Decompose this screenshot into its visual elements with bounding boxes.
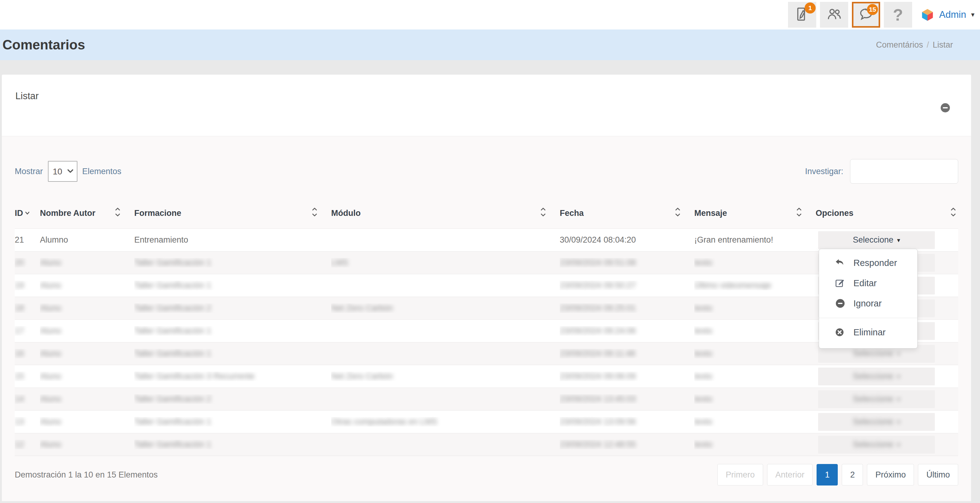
cell-text: Aluno — [40, 349, 61, 358]
page-button[interactable]: Anterior — [767, 464, 813, 486]
edit-icon — [834, 278, 847, 289]
cell-text: 15 — [15, 371, 24, 381]
cell-fecha: 23/09/2024 09:51:08 — [560, 258, 694, 268]
row-action-button[interactable]: Seleccione▾ — [818, 413, 935, 431]
sort-icon — [113, 207, 122, 220]
menu-item-ignore[interactable]: Ignorar — [819, 293, 917, 314]
cell-text: texto — [694, 394, 713, 403]
breadcrumb-item-comentarios[interactable]: Comentários — [876, 40, 923, 49]
cell-fecha: 23/09/2024 13:09:56 — [560, 417, 694, 427]
cell-modulo: Otras computadoras en LMS — [331, 417, 560, 427]
cell-text: 23/09/2024 12:48:55 — [560, 440, 636, 449]
column-label: Nombre Autor — [40, 208, 95, 218]
menu-item-edit[interactable]: Editar — [819, 273, 917, 293]
menu-item-reply[interactable]: Responder — [819, 253, 917, 273]
row-action-label: Seleccione — [853, 394, 893, 404]
users-button[interactable] — [820, 2, 848, 28]
cell-text: 23/09/2024 13:45:03 — [560, 394, 636, 403]
table-footer: Demostración 1 la 10 en 15 Elementos Pri… — [15, 456, 958, 486]
menu-item-delete[interactable]: Eliminar — [819, 320, 917, 344]
row-action-button[interactable]: Seleccione▾ — [818, 231, 935, 249]
column-label: Opciones — [816, 208, 853, 218]
cell-id: 12 — [15, 440, 40, 449]
cell-options: Seleccione▾ — [816, 231, 958, 249]
collapse-button[interactable] — [940, 102, 951, 113]
column-header-5[interactable]: Mensaje — [694, 208, 816, 218]
sort-icon — [310, 207, 319, 220]
cell-text: 23/09/2024 09:25:01 — [560, 303, 636, 313]
page-size-select[interactable]: 10 — [48, 161, 77, 182]
column-header-6[interactable]: Opciones — [816, 208, 958, 218]
table-row: 13AlunoTaller Gamificación 1Otras comput… — [15, 410, 958, 433]
row-action-button[interactable]: Seleccione▾ — [818, 390, 935, 408]
cell-text: Taller Gamificación 2 — [134, 394, 212, 403]
cell-text: Net Zero Carbón — [331, 371, 393, 381]
breadcrumb: Comentários/Listar — [876, 40, 953, 50]
sort-icon — [539, 207, 547, 220]
search-input[interactable] — [850, 159, 958, 184]
cell-autor: Aluno — [40, 281, 134, 290]
user-menu[interactable]: Admin ▾ — [921, 8, 974, 22]
column-header-0[interactable]: ID — [15, 208, 40, 219]
page-button[interactable]: 2 — [842, 464, 863, 486]
cell-text: ¡Gran entrenamiento! — [694, 235, 773, 244]
column-header-2[interactable]: Formacione — [134, 208, 331, 218]
logo-cube-icon — [921, 8, 934, 22]
comments-button[interactable]: 15 — [852, 2, 880, 28]
cell-autor: Aluno — [40, 394, 134, 404]
cell-options: Seleccione▾ — [816, 413, 958, 431]
cell-text: Taller Gamificación 1 — [134, 326, 212, 335]
row-action-label: Seleccione — [853, 349, 893, 359]
elements-label: Elementos — [82, 167, 122, 176]
cell-formacione: Entrenamiento — [134, 235, 331, 245]
page-button[interactable]: Último — [918, 464, 958, 486]
row-action-button[interactable]: Seleccione▾ — [818, 436, 935, 454]
cell-id: 14 — [15, 394, 40, 404]
search-label: Investigar: — [805, 167, 843, 176]
cell-text: texto — [694, 303, 713, 313]
cell-formacione: Taller Gamificación 2 — [134, 394, 331, 404]
cell-autor: Aluno — [40, 440, 134, 449]
page-button[interactable]: 1 — [816, 464, 838, 486]
cell-mensaje: texto — [694, 371, 816, 381]
cell-autor: Aluno — [40, 371, 134, 381]
cell-text: Taller Gamificación 3 Recurrente — [134, 371, 255, 381]
cell-mensaje: texto — [694, 417, 816, 427]
cell-text: texto — [694, 440, 713, 449]
column-header-3[interactable]: Módulo — [331, 208, 560, 218]
cell-text: Aluno — [40, 440, 61, 449]
cell-id: 15 — [15, 371, 40, 381]
users-icon — [826, 6, 842, 23]
page-button[interactable]: Primero — [718, 464, 763, 486]
page-button[interactable]: Próximo — [867, 464, 914, 486]
panel-header: Listar — [2, 75, 971, 136]
cell-text: texto — [694, 326, 713, 335]
menu-item-label: Ignorar — [853, 298, 882, 309]
cell-options: Seleccione▾ — [816, 436, 958, 454]
breadcrumb-item-listar[interactable]: Listar — [933, 40, 953, 49]
row-action-button[interactable]: Seleccione▾ — [818, 368, 935, 386]
cell-formacione: Taller Gamificación 1 — [134, 258, 331, 268]
column-label: Módulo — [331, 208, 361, 218]
column-header-1[interactable]: Nombre Autor — [40, 208, 134, 218]
cell-id: 20 — [15, 258, 40, 268]
cell-formacione: Taller Gamificación 1 — [134, 440, 331, 449]
help-button[interactable]: ? — [884, 2, 912, 28]
show-label: Mostrar — [15, 167, 43, 176]
column-label: ID — [15, 208, 23, 218]
minus-circle-icon — [940, 102, 951, 113]
table-body: 21AlumnoEntrenamiento30/09/2024 08:04:20… — [15, 228, 958, 456]
cell-text: Aluno — [40, 394, 61, 403]
column-header-4[interactable]: Fecha — [560, 208, 694, 218]
menu-item-label: Editar — [853, 278, 877, 288]
notification-badge: 1 — [805, 2, 816, 14]
cell-options: Seleccione▾ — [816, 368, 958, 386]
tasks-button[interactable]: 1 — [788, 2, 816, 28]
cell-text: Taller Gamificación 2 — [134, 303, 212, 313]
cell-fecha: 23/09/2024 09:25:01 — [560, 303, 694, 313]
table-row: 15AlunoTaller Gamificación 3 RecurrenteN… — [15, 365, 958, 387]
sort-icon — [673, 207, 682, 220]
cell-text: Alumno — [40, 235, 68, 244]
sort-desc-icon — [24, 209, 31, 219]
row-action-label: Seleccione — [853, 417, 893, 427]
